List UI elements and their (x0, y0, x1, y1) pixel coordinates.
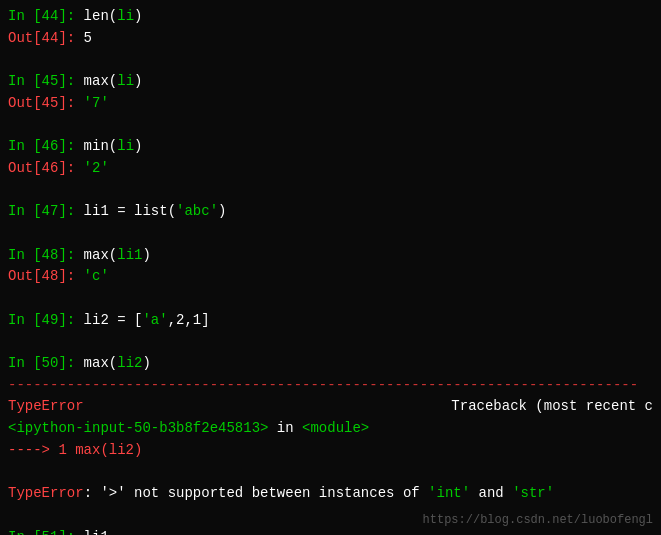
error-arrow-line: ----> 1 max(li2) (8, 440, 653, 462)
traceback-label: Traceback (most recent c (451, 396, 653, 418)
blank-1 (8, 49, 653, 71)
line-in-47: In [47]: li1 = list('abc') (8, 201, 653, 223)
line-in-45: In [45]: max(li) (8, 71, 653, 93)
blank-2 (8, 114, 653, 136)
blank-4 (8, 223, 653, 245)
line-out-46: Out[46]: '2' (8, 158, 653, 180)
prompt-44: In [44]: (8, 8, 75, 24)
blank-6 (8, 331, 653, 353)
line-in-48: In [48]: max(li1) (8, 245, 653, 267)
error-file-line: <ipython-input-50-b3b8f2e45813> in <modu… (8, 418, 653, 440)
line-in-49: In [49]: li2 = ['a',2,1] (8, 310, 653, 332)
dashed-separator: ----------------------------------------… (8, 375, 653, 397)
line-in-50: In [50]: max(li2) (8, 353, 653, 375)
line-out-44: Out[44]: 5 (8, 28, 653, 50)
terminal-window: In [44]: len(li) Out[44]: 5 In [45]: max… (0, 0, 661, 535)
blank-5 (8, 288, 653, 310)
blank-7 (8, 461, 653, 483)
line-in-46: In [46]: min(li) (8, 136, 653, 158)
line-in-44: In [44]: len(li) (8, 6, 653, 28)
error-header-line: TypeError Traceback (most recent c (8, 396, 653, 418)
error-type-label: TypeError (8, 396, 361, 418)
blank-3 (8, 180, 653, 202)
watermark: https://blog.csdn.net/luobofengl (423, 513, 653, 527)
line-in-51: In [51]: li1 (8, 527, 653, 536)
line-out-48: Out[48]: 'c' (8, 266, 653, 288)
line-out-45: Out[45]: '7' (8, 93, 653, 115)
error-message-line: TypeError: '>' not supported between ins… (8, 483, 653, 505)
